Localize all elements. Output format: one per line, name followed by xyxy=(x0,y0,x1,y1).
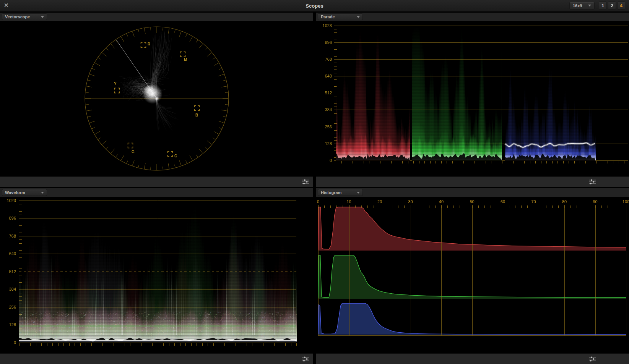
chevron-down-icon xyxy=(588,5,591,6)
scope-settings-icon[interactable] xyxy=(588,356,596,362)
parade-footer xyxy=(316,176,629,187)
y-axis-tick-label: 256 xyxy=(2,305,16,309)
x-axis-tick-label: 0 xyxy=(316,199,324,204)
waveform-header: Waveform xyxy=(0,188,313,197)
y-axis-tick-label: 0 xyxy=(318,158,332,163)
histogram-title: Histogram xyxy=(321,190,341,195)
histogram-footer xyxy=(316,353,629,364)
aspect-ratio-dropdown[interactable]: 16x9 xyxy=(569,2,595,10)
x-axis-tick-label: 80 xyxy=(559,199,570,204)
y-axis-tick-label: 128 xyxy=(2,322,16,327)
y-axis-tick-label: 256 xyxy=(318,125,332,129)
x-axis-tick-label: 100 xyxy=(620,199,629,204)
y-axis-tick-label: 1023 xyxy=(318,23,332,28)
chevron-down-icon xyxy=(357,192,360,194)
chevron-down-icon xyxy=(41,192,44,194)
panel-waveform: Waveform 10238967686405123842561280 xyxy=(0,188,313,364)
y-axis-tick-label: 768 xyxy=(2,234,16,238)
titlebar-controls: 16x9 1 2 4 xyxy=(569,2,625,10)
chevron-down-icon xyxy=(357,16,360,18)
vectorscope-title: Vectorscope xyxy=(5,15,30,19)
y-axis-tick-label: 384 xyxy=(2,287,16,291)
waveform-footer xyxy=(0,353,313,364)
aspect-ratio-value: 16x9 xyxy=(573,3,582,8)
panel-vectorscope: Vectorscope xyxy=(0,13,313,187)
chevron-down-icon xyxy=(41,16,44,18)
x-axis-tick-label: 60 xyxy=(497,199,509,204)
vectorscope-header: Vectorscope xyxy=(0,13,313,21)
layout-1-button[interactable]: 1 xyxy=(599,2,607,10)
x-axis-tick-label: 20 xyxy=(374,199,385,204)
x-axis-tick-label: 40 xyxy=(436,199,447,204)
layout-4-button[interactable]: 4 xyxy=(617,2,625,10)
x-axis-tick-label: 50 xyxy=(466,199,478,204)
histogram-type-dropdown[interactable]: Histogram xyxy=(318,189,363,196)
waveform-type-dropdown[interactable]: Waveform xyxy=(2,189,47,196)
y-axis-tick-label: 640 xyxy=(2,251,16,256)
y-axis-tick-label: 0 xyxy=(2,340,16,345)
y-axis-tick-label: 896 xyxy=(318,40,332,45)
y-axis-tick-label: 512 xyxy=(318,91,332,95)
x-axis-tick-label: 10 xyxy=(343,199,355,204)
scope-settings-icon[interactable] xyxy=(301,179,310,185)
window-title: Scopes xyxy=(0,3,629,9)
parade-canvas xyxy=(316,21,629,176)
panel-parade: Parade 10238967686405123842561280 xyxy=(316,13,629,187)
x-axis-tick-label: 90 xyxy=(590,199,601,204)
vectorscope-type-dropdown[interactable]: Vectorscope xyxy=(2,13,47,20)
waveform-display: 10238967686405123842561280 xyxy=(0,197,313,353)
scopes-window: ✕ Scopes 16x9 1 2 4 Vectorscope xyxy=(0,0,629,364)
y-axis-tick-label: 128 xyxy=(318,141,332,146)
scope-settings-icon[interactable] xyxy=(301,356,310,362)
y-axis-tick-label: 768 xyxy=(318,57,332,61)
vectorscope-footer xyxy=(0,176,313,187)
y-axis-tick-label: 512 xyxy=(2,269,16,274)
x-axis-tick-label: 30 xyxy=(405,199,416,204)
waveform-title: Waveform xyxy=(5,190,25,195)
vectorscope-display xyxy=(0,21,313,176)
layout-2-button[interactable]: 2 xyxy=(608,2,616,10)
y-axis-tick-label: 1023 xyxy=(2,198,16,203)
titlebar: ✕ Scopes 16x9 1 2 4 xyxy=(0,0,629,13)
y-axis-tick-label: 384 xyxy=(318,107,332,112)
scope-settings-icon[interactable] xyxy=(588,179,596,185)
parade-display: 10238967686405123842561280 xyxy=(316,21,629,176)
histogram-header: Histogram xyxy=(316,188,629,197)
parade-title: Parade xyxy=(321,15,335,19)
x-axis-tick-label: 70 xyxy=(528,199,540,204)
panel-histogram: Histogram 0102030405060708090100 xyxy=(316,188,629,364)
waveform-canvas xyxy=(0,197,313,352)
y-axis-tick-label: 896 xyxy=(2,216,16,220)
parade-type-dropdown[interactable]: Parade xyxy=(318,13,363,20)
histogram-display: 0102030405060708090100 xyxy=(316,197,629,353)
vectorscope-canvas xyxy=(0,21,313,176)
histogram-canvas xyxy=(316,197,629,352)
y-axis-tick-label: 640 xyxy=(318,74,332,78)
scopes-grid: Vectorscope Parade xyxy=(0,13,629,364)
parade-header: Parade xyxy=(316,13,629,21)
